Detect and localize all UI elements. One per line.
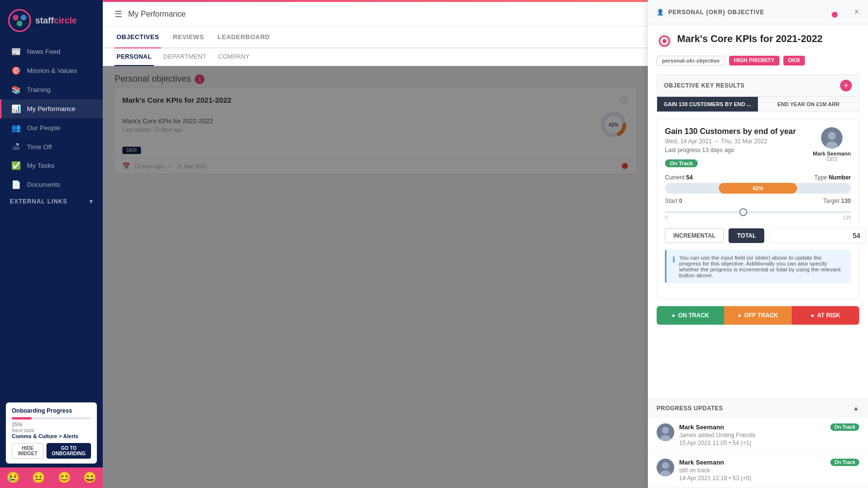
next-task-value: Comms & Culture > Alerts [12,433,91,439]
panel-body: Mark's Core KPIs for 2021-2022 personal-… [648,24,868,399]
kr-detail-card: Mark Seemann CEO Gain 130 Customers by e… [657,119,859,299]
emoji-smile[interactable]: 😊 [58,471,71,484]
off-track-button[interactable]: ● OFF TRACK [724,306,792,325]
tag-high-priority: HIGH PRIORITY [729,56,779,66]
widget-buttons: HIDE WIDGET GO TO ONBOARDING [12,443,91,459]
kr-tab-1[interactable]: END YEAR ON £1M ARR [758,97,859,111]
overlay [103,66,648,488]
update-timestamp-1: 14 Apr 2021 12:18 • 53 (+0) [679,475,825,482]
panel-header-left: 👤 PERSONAL {OKR} OBJECTIVE [657,9,764,16]
documents-icon: 📄 [11,180,21,189]
emoji-neutral[interactable]: 😐 [32,471,45,484]
info-box: ℹ You can use the input field (or slider… [665,250,851,283]
logo-icon [8,9,31,32]
kr-assignee: Mark Seemann CEO [813,127,851,162]
kr-stats-row: Current 54 Type Number [665,174,851,181]
tab-reviews[interactable]: REVIEWS [171,26,206,48]
right-panel: 👤 PERSONAL {OKR} OBJECTIVE × Mark's Core… [648,0,868,488]
inc-total-row: INCREMENTAL TOTAL [665,228,851,243]
svg-point-3 [17,21,23,26]
tab-objectives[interactable]: OBJECTIVES [114,26,161,48]
onboarding-progress-bar-fill [12,417,32,420]
sidebar: staffcircle 📰 News Feed 🎯 Mission & Valu… [0,0,103,488]
svg-point-2 [21,15,26,21]
assignee-name: Mark Seemann [813,151,851,156]
external-links-toggle[interactable]: EXTERNAL LINKS ▾ [0,194,103,209]
notification-dot [832,12,838,18]
slider-container: 0 130 [665,211,851,221]
update-content-0: Mark Seemann James added Uniting Friends… [679,423,825,446]
slider-max: 130 [843,215,851,221]
sidebar-item-training[interactable]: 📚 Training [0,80,103,99]
sidebar-item-documents[interactable]: 📄 Documents [0,175,103,194]
sidebar-item-our-people[interactable]: 👥 Our People [0,118,103,137]
sidebar-item-mission-values[interactable]: 🎯 Mission & Values [0,61,103,80]
target-value: 130 [841,198,851,204]
emoji-laugh[interactable]: 😄 [83,471,96,484]
off-track-dot-icon: ● [738,312,741,319]
okr-section-header: OBJECTIVE KEY RESULTS + [657,74,859,97]
sidebar-item-time-off[interactable]: 🏖 Time Off [0,137,103,156]
update-avatar-0 [657,423,674,441]
incremental-button[interactable]: INCREMENTAL [665,228,724,243]
on-track-button[interactable]: ● ON TRACK [657,306,724,325]
sub-tab-personal[interactable]: PERSONAL [114,48,154,66]
go-to-onboarding-button[interactable]: GO TO ONBOARDING [46,443,91,459]
slider-thumb[interactable] [739,208,747,216]
progress-updates-header[interactable]: PROGRESS UPDATES ▲ [648,399,868,418]
obj-title-text: Mark's Core KPIs for 2021-2022 [677,33,822,44]
emoji-sad[interactable]: 😢 [6,471,20,484]
progress-updates-title: PROGRESS UPDATES [657,405,723,412]
hide-widget-button[interactable]: HIDE WIDGET [12,443,44,459]
onboarding-percent: 25 [12,421,18,427]
main-tabs-bar: OBJECTIVES REVIEWS LEADERBOARD [103,26,648,48]
add-kr-button[interactable]: + [840,80,852,91]
kr-type-value: Number [829,174,851,181]
at-risk-button[interactable]: ● AT RISK [792,306,859,325]
onboarding-progress-bar-bg [12,417,91,420]
update-content-1: Mark Seemann still on track 14 Apr 2021 … [679,459,825,482]
chevron-up-icon: ▲ [853,405,859,412]
sidebar-item-news-feed[interactable]: 📰 News Feed [0,42,103,61]
at-risk-dot-icon: ● [811,312,814,319]
training-icon: 📚 [11,85,21,94]
okr-section-title: OBJECTIVE KEY RESULTS [664,82,745,89]
start-target-row: Start 0 Target 130 [665,198,851,204]
kr-tab-0[interactable]: GAIN 130 CUSTOMERS BY END ... [657,97,758,111]
svg-point-16 [662,462,669,469]
objective-main-title: Mark's Core KPIs for 2021-2022 [657,33,859,49]
my-performance-icon: 📊 [11,104,21,113]
news-feed-icon: 📰 [11,47,21,56]
progress-pct-label: 42% [753,185,763,191]
sub-tabs-bar: PERSONAL DEPARTMENT COMPANY [103,48,648,66]
on-track-badge: On Track [665,159,698,167]
panel-header-right: × [854,7,859,17]
sub-tab-department[interactable]: DEPARTMENT [161,48,208,66]
slider-track [665,211,851,213]
hamburger-icon[interactable]: ☰ [114,9,122,20]
close-button[interactable]: × [854,7,859,17]
tab-leaderboard[interactable]: LEADERBOARD [216,26,272,48]
sidebar-item-my-tasks[interactable]: ✅ My Tasks [0,156,103,175]
time-off-icon: 🏖 [11,142,21,151]
page-title: My Performance [128,10,185,19]
tag-personal-okr: personal-okr-objective [657,56,725,66]
onboarding-title: Onboarding Progress [12,407,91,414]
svg-point-10 [828,132,836,140]
svg-point-13 [662,427,669,434]
update-name-1: Mark Seemann [679,459,825,466]
update-avatar-1 [657,459,674,476]
kr-type: Type Number [814,174,851,181]
target-info: Target 130 [823,198,851,204]
my-tasks-icon: ✅ [11,161,21,170]
tags-row: personal-okr-objective HIGH PRIORITY OKR [657,56,859,66]
sub-tab-company[interactable]: COMPANY [216,48,251,66]
sidebar-item-my-performance[interactable]: 📊 My Performance [0,99,103,118]
total-button[interactable]: TOTAL [729,228,764,243]
logo: staffcircle [0,0,103,37]
kr-card-inner: Mark Seemann CEO Gain 130 Customers by e… [665,127,851,167]
start-value: 0 [679,198,683,204]
emoji-bar: 😢 😐 😊 😄 [0,467,103,488]
progress-input[interactable] [769,228,866,243]
info-circle-icon: ℹ [672,255,675,278]
